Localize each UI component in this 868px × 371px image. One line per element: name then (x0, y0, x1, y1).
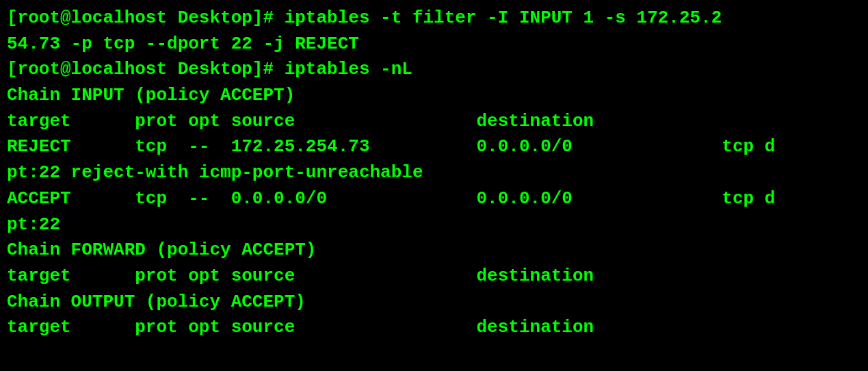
terminal-line: target prot opt source destination (7, 315, 861, 341)
terminal-line: target prot opt source destination (7, 264, 861, 290)
terminal-line: pt:22 reject-with icmp-port-unreachable (7, 160, 861, 186)
terminal-line: pt:22 (7, 212, 861, 238)
terminal-line: ACCEPT tcp -- 0.0.0.0/0 0.0.0.0/0 tcp d (7, 186, 861, 212)
terminal-line: REJECT tcp -- 172.25.254.73 0.0.0.0/0 tc… (7, 134, 861, 160)
terminal-line: 54.73 -p tcp --dport 22 -j REJECT (7, 31, 861, 57)
terminal-line: Chain OUTPUT (policy ACCEPT) (7, 290, 861, 316)
terminal-line: [root@localhost Desktop]# iptables -nL (7, 57, 861, 83)
terminal-window[interactable]: [root@localhost Desktop]# iptables -t fi… (0, 0, 868, 371)
terminal-line: target prot opt source destination (7, 109, 861, 135)
terminal-line: Chain FORWARD (policy ACCEPT) (7, 238, 861, 264)
terminal-line: Chain INPUT (policy ACCEPT) (7, 83, 861, 109)
terminal-line: [root@localhost Desktop]# iptables -t fi… (7, 5, 861, 31)
